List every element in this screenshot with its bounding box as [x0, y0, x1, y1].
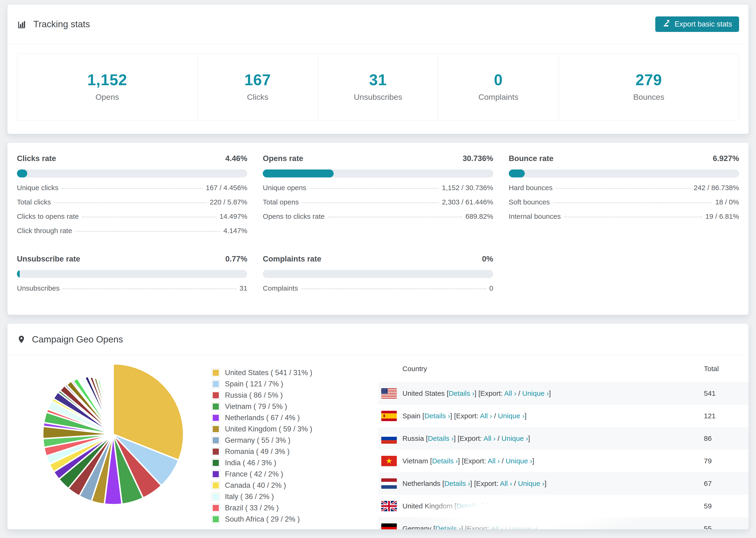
export-all-link[interactable]: All › — [500, 480, 512, 487]
legend-item: United States ( 541 / 31% ) — [212, 368, 357, 377]
country-cell: Netherlands [Details ›] [Export: All › /… — [378, 472, 704, 495]
country-cell: United States [Details ›] [Export: All ›… — [378, 382, 704, 405]
country-text: Russia [Details ›] [Export: All › / Uniq… — [403, 435, 530, 443]
rate-item-value: 0 — [489, 284, 493, 292]
export-unique-link[interactable]: Unique › — [498, 412, 524, 420]
details-link[interactable]: Details › — [444, 480, 470, 487]
rate-item-hard-bounces: Hard bounces242 / 86.738% — [509, 184, 739, 192]
summary-stats-row: 1,152Opens167Clicks31Unsubscribes0Compla… — [17, 54, 739, 121]
country-cell: Vietnam [Details ›] [Export: All › / Uni… — [378, 450, 704, 472]
page: Tracking stats Export basic stats 1,152O… — [0, 0, 756, 538]
export-all-link[interactable]: All › — [512, 502, 524, 510]
tracking-stats-card: Tracking stats Export basic stats 1,152O… — [8, 5, 748, 134]
export-unique-link[interactable]: Unique › — [522, 389, 549, 397]
export-all-link[interactable]: All › — [488, 457, 500, 465]
geo-card: Campaign Geo Opens United States ( 541 /… — [8, 324, 748, 529]
country-text: Vietnam [Details ›] [Export: All › / Uni… — [403, 457, 534, 465]
details-link[interactable]: Details › — [449, 389, 474, 397]
details-link[interactable]: Details › — [457, 502, 482, 510]
rate-item-complaints: Complaints0 — [263, 284, 493, 292]
legend-item: Vietnam ( 79 / 5% ) — [212, 402, 357, 411]
bar-chart-icon — [17, 19, 27, 29]
legend-item: Brazil ( 33 / 2% ) — [212, 504, 357, 512]
legend-item: Romania ( 49 / 3% ) — [212, 447, 357, 456]
dotted-leader — [564, 217, 702, 217]
details-link[interactable]: Details › — [424, 412, 450, 420]
legend-swatch — [212, 493, 220, 501]
geo-table-row-united-kingdom: United Kingdom [Details ›] [Export: All … — [378, 495, 748, 517]
rate-panel-unsubscribe-rate: Unsubscribe rate0.77%Unsubscribes31 — [17, 254, 247, 292]
rate-item-label: Internal bounces — [509, 212, 561, 220]
country-cell-content: United States [Details ›] [Export: All ›… — [378, 388, 704, 399]
total-cell: 541 — [704, 382, 748, 405]
rate-items: Unsubscribes31 — [17, 284, 247, 292]
dotted-leader — [553, 202, 712, 203]
legend-label: Germany ( 55 / 3% ) — [225, 436, 291, 445]
total-cell: 79 — [704, 450, 748, 472]
export-unique-link[interactable]: Unique › — [530, 502, 557, 510]
rate-panel-header: Clicks rate4.46% — [17, 154, 247, 163]
rate-items: Hard bounces242 / 86.738%Soft bounces18 … — [509, 184, 739, 220]
export-basic-stats-button[interactable]: Export basic stats — [655, 17, 739, 32]
progress-bar — [17, 170, 247, 178]
stat-value: 167 — [198, 71, 318, 89]
rate-item-unsubscribes: Unsubscribes31 — [17, 284, 247, 292]
rates-card: Clicks rate4.46%Unique clicks167 / 4.456… — [8, 143, 748, 315]
legend-item: India ( 46 / 3% ) — [212, 459, 357, 467]
country-cell-content: United Kingdom [Details ›] [Export: All … — [378, 501, 704, 511]
export-all-link[interactable]: All › — [491, 525, 503, 529]
legend-label: Russia ( 86 / 5% ) — [225, 391, 283, 400]
legend-swatch — [212, 448, 220, 456]
rate-item-value: 689.82% — [465, 212, 493, 220]
legend-item: Canada ( 40 / 2% ) — [212, 481, 357, 490]
rate-item-value: 220 / 5.87% — [210, 198, 247, 206]
legend-item: Netherlands ( 67 / 4% ) — [212, 413, 357, 422]
details-link[interactable]: Details › — [428, 435, 454, 442]
export-all-link[interactable]: All › — [483, 435, 496, 442]
total-column-header: Total — [704, 355, 748, 382]
stat-value: 31 — [318, 71, 438, 89]
rate-item-label: Click through rate — [17, 227, 72, 235]
legend-swatch — [212, 403, 220, 410]
stat-label: Clicks — [198, 92, 318, 102]
rate-item-value: 167 / 4.456% — [206, 184, 247, 192]
geo-table: Country Total United States [Details ›] … — [378, 355, 748, 529]
details-link[interactable]: Details › — [432, 457, 458, 465]
export-unique-link[interactable]: Unique › — [518, 480, 544, 487]
legend-label: Romania ( 49 / 3% ) — [225, 447, 290, 456]
legend-swatch — [212, 369, 220, 377]
export-all-link[interactable]: All › — [480, 412, 492, 420]
progress-bar-fill — [509, 170, 525, 178]
legend-item: Spain ( 121 / 7% ) — [212, 380, 357, 388]
country-cell-content: Russia [Details ›] [Export: All › / Uniq… — [378, 433, 704, 444]
geo-legend: United States ( 541 / 31% )Spain ( 121 /… — [212, 368, 357, 526]
rate-item-label: Soft bounces — [509, 198, 550, 206]
export-all-link[interactable]: All › — [504, 389, 516, 397]
progress-bar-fill — [263, 170, 334, 178]
country-cell-content: Netherlands [Details ›] [Export: All › /… — [378, 478, 704, 489]
geo-header: Campaign Geo Opens — [8, 324, 748, 355]
stat-label: Bounces — [559, 92, 739, 102]
rate-value: 4.46% — [225, 154, 247, 163]
rate-panel-header: Complaints rate0% — [263, 254, 493, 263]
rate-item-label: Unsubscribes — [17, 284, 60, 292]
country-cell: Spain [Details ›] [Export: All › / Uniqu… — [378, 405, 704, 427]
rate-title: Bounce rate — [509, 154, 554, 163]
legend-swatch — [212, 425, 220, 433]
rate-title: Complaints rate — [263, 254, 321, 263]
export-unique-link[interactable]: Unique › — [506, 457, 532, 465]
details-link[interactable]: Details › — [435, 525, 461, 529]
summary-stat-unsubscribes: 31Unsubscribes — [318, 54, 438, 120]
progress-bar-fill — [17, 170, 27, 178]
summary-stat-opens: 1,152Opens — [17, 54, 197, 120]
rate-item-label: Unique opens — [263, 184, 306, 192]
legend-swatch — [212, 459, 220, 467]
export-unique-link[interactable]: Unique › — [502, 435, 528, 442]
geo-title-text: Campaign Geo Opens — [32, 334, 123, 345]
legend-item: South Africa ( 29 / 2% ) — [212, 515, 357, 523]
export-unique-link[interactable]: Unique › — [509, 525, 536, 529]
progress-bar — [17, 270, 247, 278]
rate-item-label: Unique clicks — [17, 184, 58, 192]
summary-stat-complaints: 0Complaints — [438, 54, 559, 120]
country-cell-content: Vietnam [Details ›] [Export: All › / Uni… — [378, 456, 704, 466]
